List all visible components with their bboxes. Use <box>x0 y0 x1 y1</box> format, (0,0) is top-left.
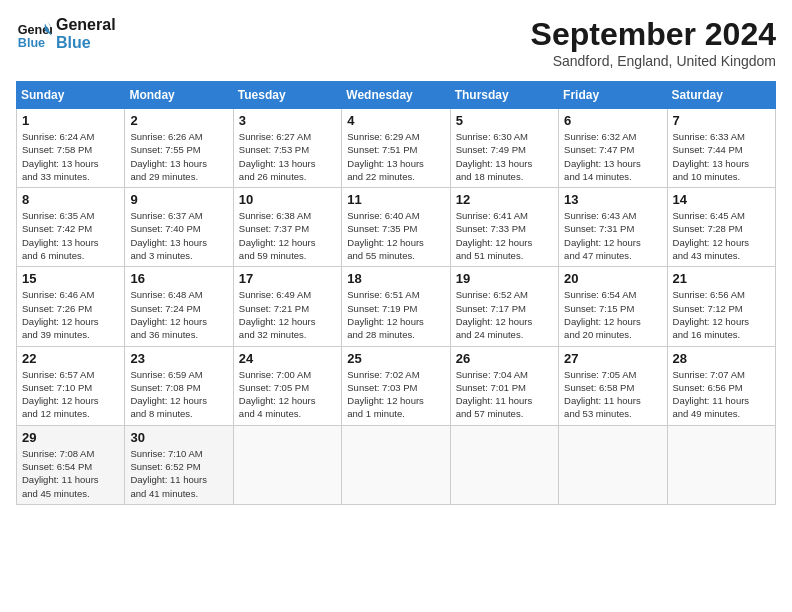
weekday-header-sunday: Sunday <box>17 82 125 109</box>
weekday-header-friday: Friday <box>559 82 667 109</box>
title-area: September 2024 Sandford, England, United… <box>531 16 776 69</box>
day-number: 27 <box>564 351 661 366</box>
day-info: Sunrise: 6:37 AMSunset: 7:40 PMDaylight:… <box>130 209 227 262</box>
day-cell: 9Sunrise: 6:37 AMSunset: 7:40 PMDaylight… <box>125 188 233 267</box>
weekday-header-tuesday: Tuesday <box>233 82 341 109</box>
day-cell: 27Sunrise: 7:05 AMSunset: 6:58 PMDayligh… <box>559 346 667 425</box>
day-number: 29 <box>22 430 119 445</box>
month-title: September 2024 <box>531 16 776 53</box>
day-info: Sunrise: 6:48 AMSunset: 7:24 PMDaylight:… <box>130 288 227 341</box>
day-cell <box>233 425 341 504</box>
day-info: Sunrise: 6:40 AMSunset: 7:35 PMDaylight:… <box>347 209 444 262</box>
day-cell: 3Sunrise: 6:27 AMSunset: 7:53 PMDaylight… <box>233 109 341 188</box>
day-cell: 22Sunrise: 6:57 AMSunset: 7:10 PMDayligh… <box>17 346 125 425</box>
week-row-4: 22Sunrise: 6:57 AMSunset: 7:10 PMDayligh… <box>17 346 776 425</box>
day-info: Sunrise: 7:07 AMSunset: 6:56 PMDaylight:… <box>673 368 770 421</box>
day-cell: 30Sunrise: 7:10 AMSunset: 6:52 PMDayligh… <box>125 425 233 504</box>
day-number: 28 <box>673 351 770 366</box>
day-number: 22 <box>22 351 119 366</box>
location: Sandford, England, United Kingdom <box>531 53 776 69</box>
day-cell: 10Sunrise: 6:38 AMSunset: 7:37 PMDayligh… <box>233 188 341 267</box>
day-cell: 18Sunrise: 6:51 AMSunset: 7:19 PMDayligh… <box>342 267 450 346</box>
day-info: Sunrise: 6:56 AMSunset: 7:12 PMDaylight:… <box>673 288 770 341</box>
day-cell: 2Sunrise: 6:26 AMSunset: 7:55 PMDaylight… <box>125 109 233 188</box>
day-cell <box>450 425 558 504</box>
day-info: Sunrise: 6:49 AMSunset: 7:21 PMDaylight:… <box>239 288 336 341</box>
day-cell <box>667 425 775 504</box>
day-info: Sunrise: 6:46 AMSunset: 7:26 PMDaylight:… <box>22 288 119 341</box>
day-info: Sunrise: 6:57 AMSunset: 7:10 PMDaylight:… <box>22 368 119 421</box>
day-number: 12 <box>456 192 553 207</box>
day-info: Sunrise: 7:00 AMSunset: 7:05 PMDaylight:… <box>239 368 336 421</box>
day-cell: 1Sunrise: 6:24 AMSunset: 7:58 PMDaylight… <box>17 109 125 188</box>
week-row-2: 8Sunrise: 6:35 AMSunset: 7:42 PMDaylight… <box>17 188 776 267</box>
logo-general: General <box>56 16 116 34</box>
day-cell: 8Sunrise: 6:35 AMSunset: 7:42 PMDaylight… <box>17 188 125 267</box>
logo-icon: General Blue <box>16 16 52 52</box>
day-info: Sunrise: 6:54 AMSunset: 7:15 PMDaylight:… <box>564 288 661 341</box>
day-cell: 20Sunrise: 6:54 AMSunset: 7:15 PMDayligh… <box>559 267 667 346</box>
header: General Blue General Blue September 2024… <box>16 16 776 69</box>
day-number: 20 <box>564 271 661 286</box>
weekday-header-saturday: Saturday <box>667 82 775 109</box>
day-info: Sunrise: 6:52 AMSunset: 7:17 PMDaylight:… <box>456 288 553 341</box>
day-info: Sunrise: 6:27 AMSunset: 7:53 PMDaylight:… <box>239 130 336 183</box>
day-info: Sunrise: 6:35 AMSunset: 7:42 PMDaylight:… <box>22 209 119 262</box>
day-info: Sunrise: 6:51 AMSunset: 7:19 PMDaylight:… <box>347 288 444 341</box>
day-info: Sunrise: 7:05 AMSunset: 6:58 PMDaylight:… <box>564 368 661 421</box>
day-number: 21 <box>673 271 770 286</box>
day-number: 9 <box>130 192 227 207</box>
day-number: 13 <box>564 192 661 207</box>
day-info: Sunrise: 6:38 AMSunset: 7:37 PMDaylight:… <box>239 209 336 262</box>
day-info: Sunrise: 6:26 AMSunset: 7:55 PMDaylight:… <box>130 130 227 183</box>
day-cell: 29Sunrise: 7:08 AMSunset: 6:54 PMDayligh… <box>17 425 125 504</box>
logo-blue: Blue <box>56 34 116 52</box>
day-info: Sunrise: 6:32 AMSunset: 7:47 PMDaylight:… <box>564 130 661 183</box>
day-cell: 7Sunrise: 6:33 AMSunset: 7:44 PMDaylight… <box>667 109 775 188</box>
day-info: Sunrise: 6:29 AMSunset: 7:51 PMDaylight:… <box>347 130 444 183</box>
day-number: 14 <box>673 192 770 207</box>
day-cell: 23Sunrise: 6:59 AMSunset: 7:08 PMDayligh… <box>125 346 233 425</box>
week-row-3: 15Sunrise: 6:46 AMSunset: 7:26 PMDayligh… <box>17 267 776 346</box>
day-number: 17 <box>239 271 336 286</box>
day-number: 11 <box>347 192 444 207</box>
day-cell: 5Sunrise: 6:30 AMSunset: 7:49 PMDaylight… <box>450 109 558 188</box>
day-number: 3 <box>239 113 336 128</box>
day-number: 25 <box>347 351 444 366</box>
day-number: 18 <box>347 271 444 286</box>
day-cell: 12Sunrise: 6:41 AMSunset: 7:33 PMDayligh… <box>450 188 558 267</box>
logo: General Blue General Blue <box>16 16 116 52</box>
day-cell: 24Sunrise: 7:00 AMSunset: 7:05 PMDayligh… <box>233 346 341 425</box>
day-number: 16 <box>130 271 227 286</box>
day-cell: 28Sunrise: 7:07 AMSunset: 6:56 PMDayligh… <box>667 346 775 425</box>
day-cell: 6Sunrise: 6:32 AMSunset: 7:47 PMDaylight… <box>559 109 667 188</box>
day-cell <box>559 425 667 504</box>
day-number: 1 <box>22 113 119 128</box>
svg-text:Blue: Blue <box>18 36 45 50</box>
day-cell: 26Sunrise: 7:04 AMSunset: 7:01 PMDayligh… <box>450 346 558 425</box>
day-number: 10 <box>239 192 336 207</box>
weekday-header-wednesday: Wednesday <box>342 82 450 109</box>
day-info: Sunrise: 7:02 AMSunset: 7:03 PMDaylight:… <box>347 368 444 421</box>
day-number: 19 <box>456 271 553 286</box>
day-info: Sunrise: 6:30 AMSunset: 7:49 PMDaylight:… <box>456 130 553 183</box>
day-cell: 16Sunrise: 6:48 AMSunset: 7:24 PMDayligh… <box>125 267 233 346</box>
weekday-header-monday: Monday <box>125 82 233 109</box>
day-number: 4 <box>347 113 444 128</box>
day-info: Sunrise: 6:41 AMSunset: 7:33 PMDaylight:… <box>456 209 553 262</box>
day-cell: 25Sunrise: 7:02 AMSunset: 7:03 PMDayligh… <box>342 346 450 425</box>
day-number: 6 <box>564 113 661 128</box>
day-cell <box>342 425 450 504</box>
day-number: 5 <box>456 113 553 128</box>
day-number: 2 <box>130 113 227 128</box>
weekday-header-thursday: Thursday <box>450 82 558 109</box>
day-cell: 15Sunrise: 6:46 AMSunset: 7:26 PMDayligh… <box>17 267 125 346</box>
day-cell: 14Sunrise: 6:45 AMSunset: 7:28 PMDayligh… <box>667 188 775 267</box>
day-cell: 17Sunrise: 6:49 AMSunset: 7:21 PMDayligh… <box>233 267 341 346</box>
day-number: 7 <box>673 113 770 128</box>
day-number: 23 <box>130 351 227 366</box>
day-cell: 4Sunrise: 6:29 AMSunset: 7:51 PMDaylight… <box>342 109 450 188</box>
day-info: Sunrise: 6:45 AMSunset: 7:28 PMDaylight:… <box>673 209 770 262</box>
day-number: 24 <box>239 351 336 366</box>
day-cell: 19Sunrise: 6:52 AMSunset: 7:17 PMDayligh… <box>450 267 558 346</box>
